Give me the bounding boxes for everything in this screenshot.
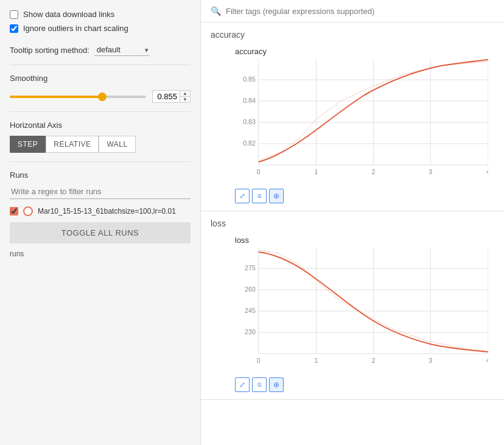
loss-chart-toolbar: ⤢ ≡ ⊕ xyxy=(235,377,494,392)
horizontal-axis-label: Horizontal Axis xyxy=(10,121,191,130)
svg-text:0: 0 xyxy=(257,168,261,175)
svg-text:2: 2 xyxy=(371,168,375,175)
svg-text:2: 2 xyxy=(371,357,375,364)
smoothing-row: ▲ ▼ xyxy=(10,90,191,103)
svg-text:0: 0 xyxy=(257,357,261,364)
run-checkbox[interactable] xyxy=(10,207,18,215)
runs-footer: runs xyxy=(10,250,191,258)
svg-text:245: 245 xyxy=(245,307,256,314)
smoothing-spin-up[interactable]: ▲ xyxy=(180,91,190,97)
outliers-checkbox[interactable] xyxy=(10,24,18,33)
sidebar: Show data download links Ignore outliers… xyxy=(0,0,201,445)
filter-input[interactable] xyxy=(226,7,494,16)
loss-chart-area: 275 260 245 230 0 1 2 3 4 xyxy=(235,247,488,375)
runs-section: Runs Mar10_15-15-13_61batchsize=100,lr=0… xyxy=(10,170,191,258)
divider-1 xyxy=(10,65,191,65)
divider-2 xyxy=(10,111,191,112)
tooltip-sorting-select[interactable]: default ascending descending nearest xyxy=(94,44,150,56)
loss-chart-card: loss 275 xyxy=(211,233,494,394)
accuracy-list-btn[interactable]: ≡ xyxy=(252,189,267,203)
axis-buttons: STEP RELATIVE WALL xyxy=(10,136,191,153)
smoothing-spin-down[interactable]: ▼ xyxy=(180,97,190,102)
smoothing-label: Smoothing xyxy=(10,74,191,83)
outliers-row: Ignore outliers in chart scaling xyxy=(10,24,191,33)
svg-text:260: 260 xyxy=(245,286,256,293)
tooltip-sorting-select-wrapper: default ascending descending nearest xyxy=(94,44,150,56)
svg-text:3: 3 xyxy=(429,357,432,364)
smoothing-number-wrapper: ▲ ▼ xyxy=(152,90,191,103)
run-name: Mar10_15-15-13_61batchsize=100,lr=0.01 xyxy=(38,207,176,215)
horizontal-axis-section: Horizontal Axis STEP RELATIVE WALL xyxy=(10,121,191,153)
axis-btn-wall[interactable]: WALL xyxy=(99,136,135,153)
outliers-label: Ignore outliers in chart scaling xyxy=(23,24,128,33)
search-icon: 🔍 xyxy=(211,6,221,16)
divider-3 xyxy=(10,161,191,162)
runs-label: Runs xyxy=(10,170,191,180)
run-dot xyxy=(23,206,33,216)
toggle-all-runs-button[interactable]: TOGGLE ALL RUNS xyxy=(10,222,191,244)
run-item: Mar10_15-15-13_61batchsize=100,lr=0.01 xyxy=(10,206,191,216)
loss-section: loss loss xyxy=(201,211,504,400)
accuracy-chart-area: 0.85 0.84 0.83 0.82 0 1 2 3 4 xyxy=(235,58,488,186)
smoothing-input[interactable] xyxy=(153,91,180,102)
loss-crosshair-btn[interactable]: ⊕ xyxy=(269,377,284,392)
filter-bar: 🔍 xyxy=(201,0,504,23)
accuracy-section-title: accuracy xyxy=(211,30,494,40)
svg-text:4: 4 xyxy=(486,357,488,364)
smoothing-spin-col: ▲ ▼ xyxy=(180,91,190,102)
loss-expand-btn[interactable]: ⤢ xyxy=(235,377,250,392)
svg-text:1: 1 xyxy=(315,357,318,364)
svg-text:3: 3 xyxy=(429,168,432,175)
svg-text:4: 4 xyxy=(486,168,488,175)
smoothing-slider-track[interactable] xyxy=(10,96,146,98)
svg-text:0.83: 0.83 xyxy=(243,118,256,125)
loss-chart-svg: 275 260 245 230 0 1 2 3 4 xyxy=(235,247,488,375)
loss-list-btn[interactable]: ≡ xyxy=(252,377,267,392)
main-content: 🔍 accuracy accuracy xyxy=(201,0,504,445)
download-links-checkbox[interactable] xyxy=(10,10,18,19)
svg-text:0.85: 0.85 xyxy=(243,75,256,83)
accuracy-chart-svg: 0.85 0.84 0.83 0.82 0 1 2 3 4 xyxy=(235,58,488,186)
axis-btn-relative[interactable]: RELATIVE xyxy=(46,136,99,153)
download-links-row: Show data download links xyxy=(10,10,191,19)
download-links-label: Show data download links xyxy=(23,10,114,19)
svg-text:0.84: 0.84 xyxy=(243,97,256,104)
svg-text:230: 230 xyxy=(245,328,256,335)
accuracy-section: accuracy accuracy xyxy=(201,23,504,211)
accuracy-chart-title: accuracy xyxy=(235,47,494,56)
loss-chart-title: loss xyxy=(235,236,494,245)
svg-text:1: 1 xyxy=(315,168,318,175)
loss-section-title: loss xyxy=(211,219,494,228)
svg-text:275: 275 xyxy=(245,264,256,272)
runs-filter-input[interactable] xyxy=(10,184,191,199)
accuracy-chart-toolbar: ⤢ ≡ ⊕ xyxy=(235,189,494,203)
axis-btn-step[interactable]: STEP xyxy=(10,136,46,153)
tooltip-sorting-row: Tooltip sorting method: default ascendin… xyxy=(10,44,191,56)
accuracy-expand-btn[interactable]: ⤢ xyxy=(235,189,250,203)
svg-text:0.82: 0.82 xyxy=(243,139,256,147)
tooltip-sorting-label: Tooltip sorting method: xyxy=(10,46,89,55)
smoothing-section: Smoothing ▲ ▼ xyxy=(10,74,191,103)
accuracy-crosshair-btn[interactable]: ⊕ xyxy=(269,189,284,203)
accuracy-chart-card: accuracy 0.85 xyxy=(211,44,494,206)
smoothing-slider-thumb[interactable] xyxy=(98,93,107,101)
